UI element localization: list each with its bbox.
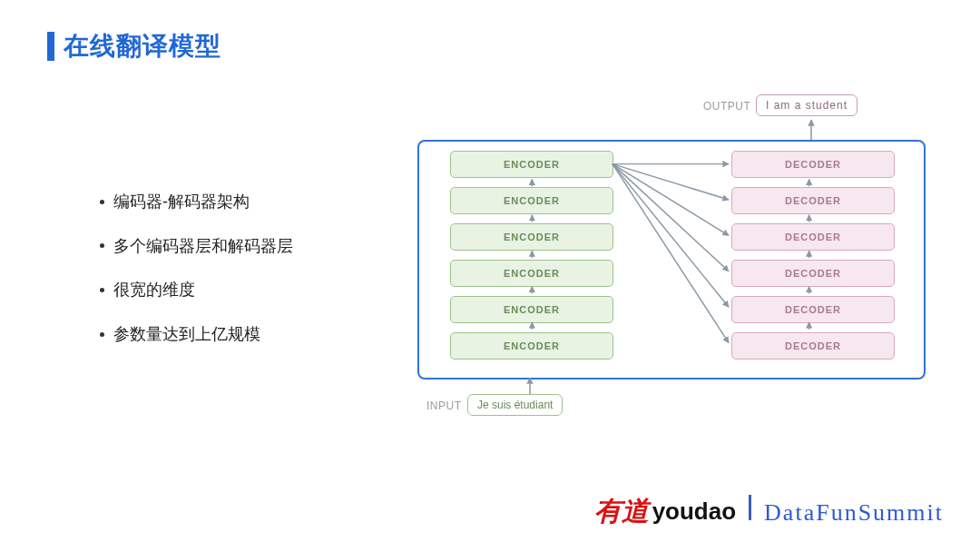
- svg-line-2: [612, 164, 729, 236]
- svg-line-5: [612, 164, 729, 343]
- footer: 有道 youdao DataFunSummit: [594, 493, 944, 530]
- youdao-logo-cn: 有道: [594, 493, 649, 530]
- svg-line-3: [612, 164, 729, 271]
- svg-line-1: [612, 164, 729, 200]
- bullet-dot-icon: [100, 332, 104, 337]
- bullet-item: 很宽的维度: [100, 268, 293, 312]
- bullet-item: 多个编码器层和解码器层: [100, 224, 293, 269]
- encoder-block: ENCODER: [450, 260, 613, 287]
- bullet-text: 多个编码器层和解码器层: [113, 224, 293, 269]
- youdao-logo: 有道 youdao: [594, 493, 736, 530]
- bullet-list: 编码器-解码器架构 多个编码器层和解码器层 很宽的维度 参数量达到上亿规模: [100, 180, 293, 356]
- encoder-block: ENCODER: [450, 223, 613, 251]
- bullet-item: 参数量达到上亿规模: [100, 312, 293, 357]
- footer-divider: [749, 495, 751, 520]
- input-box: Je suis étudiant: [467, 394, 563, 416]
- encoder-block: ENCODER: [450, 296, 613, 323]
- bullet-dot-icon: [100, 200, 104, 204]
- encoder-block: ENCODER: [450, 151, 613, 178]
- bullet-text: 参数量达到上亿规模: [113, 312, 260, 357]
- bullet-text: 很宽的维度: [113, 268, 195, 312]
- decoder-block: DECODER: [731, 187, 895, 214]
- output-label: OUTPUT: [703, 100, 750, 113]
- youdao-logo-en: youdao: [652, 498, 736, 526]
- slide-title: 在线翻译模型: [47, 29, 221, 64]
- decoder-block: DECODER: [731, 223, 895, 251]
- encoder-block: ENCODER: [450, 332, 613, 360]
- bullet-text: 编码器-解码器架构: [113, 180, 250, 224]
- decoder-stack: DECODER DECODER DECODER DECODER DECODER …: [731, 151, 895, 360]
- decoder-block: DECODER: [731, 151, 895, 178]
- event-name: DataFunSummit: [764, 499, 944, 527]
- architecture-diagram: OUTPUT I am a student ENCODER ENCODER EN…: [404, 100, 939, 427]
- output-box: I am a student: [756, 94, 858, 116]
- decoder-block: DECODER: [731, 332, 895, 360]
- input-label: INPUT: [426, 399, 462, 412]
- model-frame: ENCODER ENCODER ENCODER ENCODER ENCODER …: [417, 140, 926, 380]
- decoder-block: DECODER: [731, 260, 895, 287]
- encoder-block: ENCODER: [450, 187, 613, 214]
- decoder-block: DECODER: [731, 296, 895, 323]
- bullet-dot-icon: [100, 243, 104, 248]
- bullet-item: 编码器-解码器架构: [100, 180, 293, 224]
- encoder-stack: ENCODER ENCODER ENCODER ENCODER ENCODER …: [450, 151, 613, 360]
- title-accent-bar: [47, 32, 54, 61]
- bullet-dot-icon: [100, 288, 104, 292]
- svg-line-4: [612, 164, 729, 308]
- title-text: 在线翻译模型: [64, 29, 221, 64]
